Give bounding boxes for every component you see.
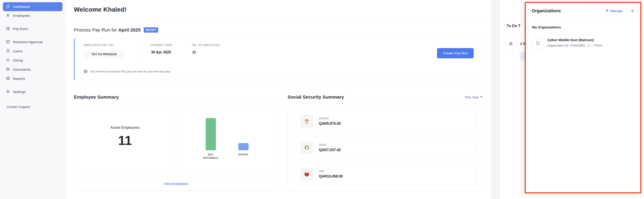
info-message: You haven't processed this pay run and i… (90, 70, 171, 73)
contact-support-link[interactable]: Contact Support (3, 105, 62, 109)
sidebar-item-giving[interactable]: Giving (3, 56, 62, 65)
period-filter-label: This Year (464, 95, 479, 99)
field-label: EMPLOYEES' NET PAY (84, 44, 124, 47)
revisions-approval-icon (6, 40, 10, 45)
sidebar: Dashboard Employees Pay Runs Revisions A… (0, 0, 66, 199)
stat-label: Active Employees (110, 125, 140, 130)
scheme-label: GOSI (319, 143, 341, 147)
payroll-dashboard: Dashboard Employees Pay Runs Revisions A… (0, 0, 644, 199)
sidebar-item-label: Revisions Approval (13, 40, 42, 44)
social-security-row-gosi: GOSI QAR7,037.42 (294, 137, 476, 158)
sidebar-item-label: Documents (13, 67, 30, 72)
bar (238, 143, 248, 150)
employees-icon (6, 13, 10, 18)
bar-label: Expats (233, 153, 254, 161)
employee-count-field: NO. OF EMPLOYEES 11 (192, 44, 220, 54)
net-pay-watermark: YET TO PROCESS (84, 50, 124, 58)
plan-badge: TRIAL (594, 44, 603, 47)
stat-value: 11 (118, 133, 132, 148)
gear-icon (605, 9, 609, 13)
close-icon[interactable]: ✕ (631, 9, 634, 13)
sidebar-item-label: Settings (13, 90, 26, 94)
view-employees-link[interactable]: View Employees (164, 182, 188, 186)
employee-summary-title: Employee Summary (74, 94, 119, 100)
organization-meta: Organization ID: 876320851 • TRIAL (547, 44, 603, 47)
manage-label: Manage (610, 9, 622, 13)
organizations-title: Organizations (532, 8, 605, 13)
sidebar-item-dashboard[interactable]: Dashboard (3, 2, 62, 11)
field-divider (138, 44, 138, 64)
organization-list-item[interactable]: Zylker Middle East (Bahrain) Organizatio… (532, 37, 634, 49)
pay-run-info-row: i You haven't processed this pay run and… (84, 70, 473, 73)
pay-run-period: April 2025 (118, 27, 140, 32)
chevron-down-icon (480, 96, 482, 98)
pay-run-heading-row: Process Pay Run for April 2025 READY (74, 27, 482, 33)
separator-dot: • (592, 44, 592, 47)
sidebar-item-label: Pay Runs (13, 27, 28, 31)
bar-expats: Expats (233, 143, 254, 161)
employee-bar-chart: GCC Nationals Expats (176, 104, 278, 176)
reports-icon (6, 76, 10, 81)
employee-summary-section: Employee Summary Active Employees 11 (74, 94, 278, 191)
documents-icon (6, 67, 10, 72)
pay-runs-icon (6, 26, 10, 31)
bar-gcc-nationals: GCC Nationals (200, 118, 221, 161)
copy-icon[interactable] (587, 44, 590, 47)
my-organizations-heading: My Organizations (532, 25, 634, 29)
scheme-amount: QAR7,037.42 (319, 148, 341, 152)
page-title: Welcome Khaled! (74, 6, 127, 13)
social-security-card: GPSSA QAR9,975.00 GOSI QAR7,0 (288, 104, 482, 191)
organization-building-icon (532, 37, 544, 49)
social-security-row-sio: SIO QAR10,458.00 (294, 163, 476, 185)
manage-organizations-link[interactable]: Manage (605, 9, 622, 13)
social-security-title: Social Security Summary (288, 94, 344, 100)
field-value: 11 (192, 50, 220, 54)
organization-id-value: 876320851 (570, 44, 586, 47)
sidebar-item-label: Loans (13, 49, 22, 53)
social-security-row-gpssa: GPSSA QAR9,975.00 (294, 110, 476, 132)
sidebar-item-settings[interactable]: Settings (3, 87, 62, 96)
sidebar-item-documents[interactable]: Documents (3, 65, 62, 74)
scheme-amount: QAR9,975.00 (319, 122, 341, 126)
info-icon: i (84, 70, 88, 73)
social-security-section: Social Security Summary This Year (288, 94, 482, 191)
sidebar-item-loans[interactable]: Loans (3, 47, 62, 56)
status-badge: READY (144, 27, 158, 33)
gosi-logo-icon (300, 141, 313, 154)
sidebar-item-label: Giving (13, 58, 23, 62)
main-header: Welcome Khaled! (66, 0, 491, 19)
sidebar-divider (6, 101, 59, 102)
net-pay-field: EMPLOYEES' NET PAY YET TO PROCESS (84, 44, 124, 58)
scheme-label: SIO (319, 170, 343, 173)
pay-run-heading: Process Pay Run for April 2025 (74, 27, 141, 33)
scheme-label: GPSSA (319, 117, 341, 120)
todo-item-text: 1 S (520, 42, 525, 45)
pay-run-card: EMPLOYEES' NET PAY YET TO PROCESS PAYMEN… (74, 38, 482, 80)
bar-label: GCC Nationals (200, 153, 221, 161)
coins-icon (505, 38, 516, 49)
dashboard-icon (6, 4, 10, 9)
bahrain-emblem-icon (300, 168, 313, 180)
uae-emblem-icon (300, 115, 313, 127)
organizations-panel: Organizations Manage ✕ My Organizations … (525, 2, 641, 194)
sidebar-item-label: Reports (13, 77, 25, 81)
employee-summary-card: Active Employees 11 GCC Nationals (74, 104, 278, 191)
sidebar-item-employees[interactable]: Employees (3, 11, 62, 20)
create-pay-run-button[interactable]: Create Pay Run (437, 48, 474, 58)
period-filter-dropdown[interactable]: This Year (464, 95, 482, 99)
bar (206, 118, 216, 150)
field-label: PAYMENT DATE (151, 44, 172, 47)
main-content: Welcome Khaled! Process Pay Run for Apri… (66, 0, 491, 199)
organization-id-label: Organization ID: (547, 44, 569, 47)
sidebar-item-pay-runs[interactable]: Pay Runs (3, 24, 62, 33)
organization-name: Zylker Middle East (Bahrain) (547, 38, 603, 42)
active-employees-stat: Active Employees 11 (74, 101, 176, 173)
sidebar-item-label: Employees (13, 14, 30, 18)
scheme-amount: QAR10,458.00 (319, 174, 343, 179)
sidebar-item-label: Dashboard (13, 5, 30, 9)
header-divider (626, 8, 627, 14)
field-label: NO. OF EMPLOYEES (192, 44, 220, 47)
sidebar-item-revisions-approval[interactable]: Revisions Approval (3, 37, 62, 46)
sidebar-item-reports[interactable]: Reports (3, 74, 62, 83)
settings-icon (6, 89, 10, 95)
